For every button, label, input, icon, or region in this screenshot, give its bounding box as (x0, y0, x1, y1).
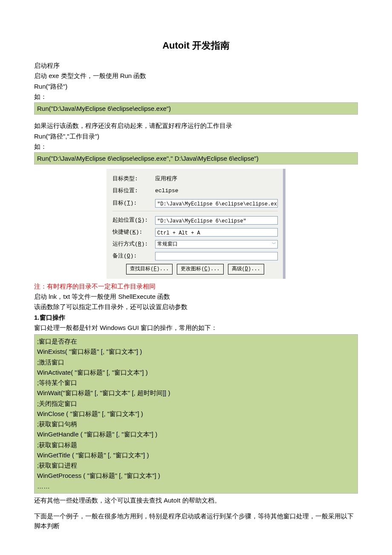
text: 下面是一个例子，一般在很多地方用到，特别是程序启动或者运行到某个步骤，等待其他窗… (34, 511, 358, 531)
text: 如果运行该函数，程序还没有启动起来，请配置好程序运行的工作目录 (34, 121, 358, 130)
code-line: WinClose ( "窗口标题" [, "窗口文本"] ) (37, 409, 355, 419)
code-line: ;窗口是否存在 (37, 336, 355, 346)
text: 启动程序 (34, 61, 358, 70)
text: 窗口处理一般都是针对 Windows GUI 窗口的操作，常用的如下： (34, 323, 358, 332)
text: 如： (34, 92, 358, 101)
code-line: ;等待某个窗口 (37, 378, 355, 387)
section-heading: 1.窗口操作 (34, 312, 358, 322)
code-line: ;获取窗口句柄 (37, 419, 355, 429)
page-title: Autoit 开发指南 (34, 38, 358, 53)
advanced-button[interactable]: 高级(D)... (228, 264, 264, 275)
value-target-type: 应用程序 (155, 175, 177, 183)
label-comment: 备注(O): (112, 252, 155, 260)
text: 启动 lnk，txt 等文件一般使用 ShellExecute 函数 (34, 292, 358, 301)
code-line: ;获取窗口进程 (37, 460, 355, 470)
properties-dialog: 目标类型: 应用程序 目标位置: eclipse 目标(T): "D:\Java… (107, 169, 285, 279)
text: 如： (34, 142, 358, 151)
code-line: ;获取窗口标题 (37, 440, 355, 450)
code-block: ;窗口是否存在 WinExists( "窗口标题" [, "窗口文本"] ) ;… (34, 334, 358, 494)
label-startin: 起始位置(S): (112, 216, 155, 225)
select-runmode[interactable]: 常规窗口 ﹀ (155, 240, 278, 249)
text: 该函数除了可以指定工作目录外，还可以设置启动参数 (34, 302, 358, 312)
label-runmode: 运行方式(R): (112, 240, 155, 249)
find-target-button[interactable]: 查找目标(F)... (126, 264, 173, 275)
note: 注：有时程序的目录不一定和工作目录相同 (34, 281, 358, 291)
text: Run("路径") (34, 81, 358, 91)
text: 启动 exe 类型文件，一般使用 Run 函数 (34, 71, 358, 81)
code-block: Run("D:\Java\MyEclipse 6\eclipse\eclipse… (34, 152, 358, 165)
code-line: WinWait("窗口标题" [, "窗口文本" [, 超时时间]] ) (37, 388, 355, 398)
input-shortcut[interactable]: Ctrl + Alt + A (155, 228, 278, 237)
value-target-loc: eclipse (155, 187, 179, 195)
code-line: WinGetProcess ( "窗口标题" [, "窗口文本"] ) (37, 471, 355, 480)
chevron-down-icon: ﹀ (271, 240, 277, 248)
code-block: Run("D:\Java\MyEclipse 6\eclipse\eclipse… (34, 102, 358, 115)
input-startin[interactable]: "D:\Java\MyEclipse 6\eclipse" (155, 216, 278, 225)
label-target-type: 目标类型: (112, 175, 155, 183)
label-target-loc: 目标位置: (112, 187, 155, 195)
input-target[interactable]: "D:\Java\MyEclipse 6\eclipse\eclipse.ex (155, 199, 278, 208)
code-line: WinGetHandle ( "窗口标题" [, "窗口文本"] ) (37, 429, 355, 439)
label-target: 目标(T): (112, 199, 155, 208)
code-line: WinGetTitle ( "窗口标题" [, "窗口文本"] ) (37, 450, 355, 460)
code-line: WinActivate( "窗口标题" [, "窗口文本"] ) (37, 367, 355, 377)
code-line: ;激活窗口 (37, 357, 355, 367)
text: Run("路径","工作目录") (34, 131, 358, 141)
code-line: …… (37, 481, 355, 491)
code-line: WinExists( "窗口标题" [, "窗口文本"] ) (37, 347, 355, 356)
code-line: ;关闭指定窗口 (37, 399, 355, 408)
text: 还有其他一些处理函数，这个可以直接去查找 AutoIt 的帮助文档。 (34, 495, 358, 505)
change-icon-button[interactable]: 更改图标(C)... (177, 264, 223, 275)
label-shortcut: 快捷键(K): (112, 228, 155, 237)
input-comment[interactable] (155, 252, 278, 260)
